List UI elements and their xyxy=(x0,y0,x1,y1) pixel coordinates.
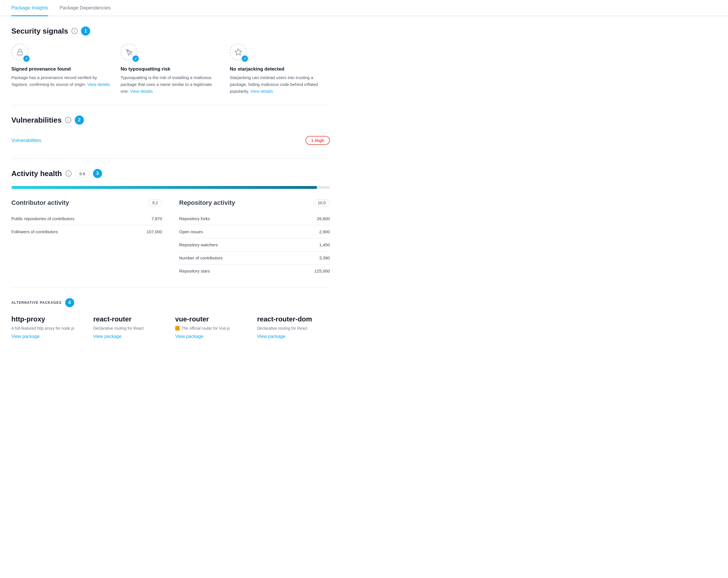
signal-link-starjacking[interactable]: View details xyxy=(250,89,273,94)
signal-desc-starjacking: Starjacking can mislead users into trust… xyxy=(230,74,330,95)
signals-grid: ✓ Signed provenance found Package has a … xyxy=(11,44,330,95)
repo-row-label-3: Number of contributors xyxy=(179,251,290,265)
security-info-icon[interactable]: i xyxy=(71,28,78,34)
tab-bar: Package Insights Package Dependencies xyxy=(0,0,728,16)
repo-row-value-2: 1,450 xyxy=(290,238,330,251)
divider-3 xyxy=(11,287,330,288)
security-section-header: Security signals i 1 xyxy=(11,26,330,35)
activity-grid: Contributor activity 9.2 Public reposito… xyxy=(11,199,330,277)
contributor-row-value-0: 7,870 xyxy=(132,212,162,225)
signal-link-provenance[interactable]: View details xyxy=(87,82,110,87)
signal-title-starjacking: No starjacking detected xyxy=(230,66,330,72)
package-icon-vue xyxy=(175,326,180,330)
main-content: Security signals i 1 ✓ Signed provenance… xyxy=(0,16,341,349)
signal-card-typosquatting: ✓ No typosquatting risk Typosquatting is… xyxy=(121,44,221,95)
vuln-label[interactable]: Vulnerabilities xyxy=(11,138,41,143)
divider-2 xyxy=(11,158,330,159)
signal-check-provenance: ✓ xyxy=(23,55,30,62)
repository-activity-panel: Repository activity 10.0 Repository fork… xyxy=(179,199,330,277)
alt-package-name-3: react-router-dom xyxy=(257,315,330,323)
tab-package-insights[interactable]: Package Insights xyxy=(11,0,48,16)
alt-package-link-2[interactable]: View package xyxy=(175,334,203,339)
signal-icon-starjacking: ✓ xyxy=(230,44,248,62)
table-row: Public repositories of contributors 7,87… xyxy=(11,212,162,225)
activity-info-icon[interactable]: i xyxy=(66,170,72,177)
alt-section-header: ALTERNATIVE PACKAGES 4 xyxy=(11,298,330,307)
alt-package-name-1: react-router xyxy=(93,315,166,323)
activity-progress-fill xyxy=(11,186,317,189)
signal-title-provenance: Signed provenance found xyxy=(11,66,111,72)
signal-icon-typosquatting: ✓ xyxy=(121,44,139,62)
alt-package-desc-3: Declarative routing for React xyxy=(257,326,330,330)
signal-desc-typosquatting: Typosquatting is the risk of installing … xyxy=(121,74,221,95)
alt-package-desc-0: A full-featured http proxy for node.js xyxy=(11,326,84,330)
activity-score-badge: 9.6 xyxy=(75,170,89,177)
signal-card-provenance: ✓ Signed provenance found Package has a … xyxy=(11,44,111,95)
star-icon xyxy=(234,48,242,56)
activity-badge: 3 xyxy=(93,169,102,178)
repo-row-value-0: 26,600 xyxy=(290,212,330,225)
alt-title: ALTERNATIVE PACKAGES xyxy=(11,301,62,305)
divider-1 xyxy=(11,105,330,105)
alt-package-link-0[interactable]: View package xyxy=(11,334,40,339)
lock-icon xyxy=(16,48,24,56)
alt-package-link-3[interactable]: View package xyxy=(257,334,285,339)
alt-package-desc-2: The official router for Vue.js xyxy=(175,326,248,330)
repo-row-value-1: 2,900 xyxy=(290,225,330,238)
table-row: Repository watchers 1,450 xyxy=(179,238,330,251)
repo-row-value-3: 3,390 xyxy=(290,251,330,265)
alt-package-react-router: react-router Declarative routing for Rea… xyxy=(93,315,166,339)
repo-row-label-4: Repository stars xyxy=(179,265,290,278)
cursor-off-icon xyxy=(125,48,133,56)
vuln-info-icon[interactable]: i xyxy=(65,117,71,123)
repo-row-label-2: Repository watchers xyxy=(179,238,290,251)
alt-package-vue-router: vue-router The official router for Vue.j… xyxy=(175,315,248,339)
repo-row-value-4: 125,000 xyxy=(290,265,330,278)
table-row: Open issues 2,900 xyxy=(179,225,330,238)
signal-title-typosquatting: No typosquatting risk xyxy=(121,66,221,72)
contributor-row-label-0: Public repositories of contributors xyxy=(11,212,132,225)
repo-row-label-0: Repository forks xyxy=(179,212,290,225)
table-row: Repository stars 125,000 xyxy=(179,265,330,278)
alt-package-react-router-dom: react-router-dom Declarative routing for… xyxy=(257,315,330,339)
signal-desc-provenance: Package has a provenance record verified… xyxy=(11,74,111,88)
table-row: Followers of contributors 107,000 xyxy=(11,225,162,238)
vuln-section-header: Vulnerabilities i 2 xyxy=(11,116,330,125)
svg-marker-2 xyxy=(235,49,241,55)
repository-score: 10.0 xyxy=(314,199,330,206)
tab-package-dependencies[interactable]: Package Dependencies xyxy=(59,0,111,16)
severity-badge[interactable]: 1 High xyxy=(306,136,330,145)
signal-check-typosquatting: ✓ xyxy=(132,55,139,62)
vuln-badge: 2 xyxy=(75,116,84,125)
table-row: Repository forks 26,600 xyxy=(179,212,330,225)
contributor-activity-panel: Contributor activity 9.2 Public reposito… xyxy=(11,199,162,277)
vuln-title: Vulnerabilities xyxy=(11,116,62,125)
alt-package-link-1[interactable]: View package xyxy=(93,334,122,339)
signal-card-starjacking: ✓ No starjacking detected Starjacking ca… xyxy=(230,44,330,95)
signal-icon-provenance: ✓ xyxy=(11,44,30,62)
alt-package-name-2: vue-router xyxy=(175,315,248,323)
table-row: Number of contributors 3,390 xyxy=(179,251,330,265)
signal-link-typosquatting[interactable]: View details xyxy=(130,89,153,94)
svg-rect-0 xyxy=(18,52,22,55)
repository-activity-title: Repository activity 10.0 xyxy=(179,199,330,206)
security-title: Security signals xyxy=(11,27,68,35)
contributor-activity-table: Public repositories of contributors 7,87… xyxy=(11,212,162,238)
contributor-row-value-1: 107,000 xyxy=(132,225,162,238)
contributor-row-label-1: Followers of contributors xyxy=(11,225,132,238)
security-badge: 1 xyxy=(81,26,90,35)
alt-packages-grid: http-proxy A full-featured http proxy fo… xyxy=(11,315,330,339)
activity-section-header: Activity health i 9.6 3 xyxy=(11,169,330,178)
vuln-row: Vulnerabilities 1 High xyxy=(11,132,330,148)
alt-package-name-0: http-proxy xyxy=(11,315,84,323)
alt-badge: 4 xyxy=(65,298,74,307)
contributor-score: 9.2 xyxy=(148,199,162,206)
repository-activity-table: Repository forks 26,600 Open issues 2,90… xyxy=(179,212,330,277)
activity-progress-bar xyxy=(11,186,330,189)
activity-title: Activity health xyxy=(11,169,62,178)
alt-package-desc-1: Declarative routing for React xyxy=(93,326,166,330)
signal-check-starjacking: ✓ xyxy=(242,55,248,62)
repo-row-label-1: Open issues xyxy=(179,225,290,238)
alt-package-http-proxy: http-proxy A full-featured http proxy fo… xyxy=(11,315,84,339)
contributor-activity-title: Contributor activity 9.2 xyxy=(11,199,162,206)
